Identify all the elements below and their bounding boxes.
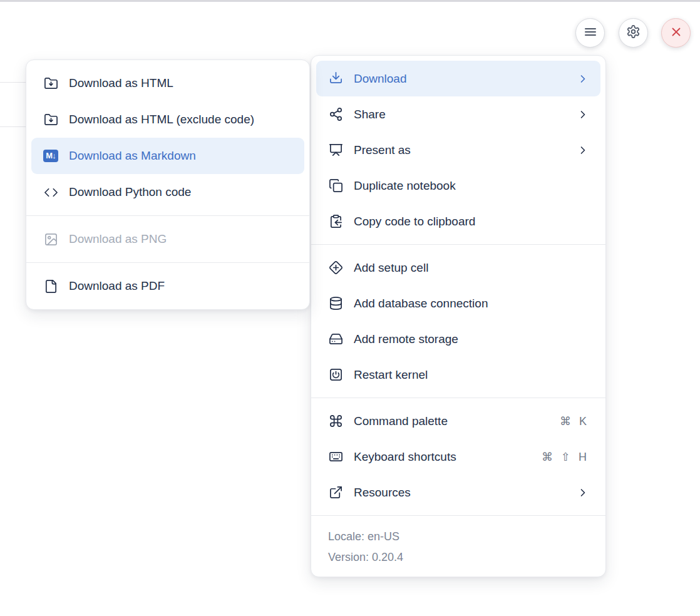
chevron-right-icon	[577, 486, 589, 499]
menu-item-copy-code-to-clipboard[interactable]: Copy code to clipboard	[316, 203, 600, 239]
chevron-right-icon	[577, 108, 589, 121]
menu-item-label: Add remote storage	[354, 332, 589, 346]
menu-item-present-as[interactable]: Present as	[316, 132, 600, 168]
version-text: Version: 0.20.4	[328, 547, 589, 568]
clipboard-copy-icon	[328, 214, 343, 229]
locale-text: Locale: en-US	[328, 526, 589, 547]
menu-item-add-remote-storage[interactable]: Add remote storage	[316, 321, 600, 357]
menu-item-download[interactable]: Download	[316, 61, 600, 96]
background-rule	[0, 126, 26, 127]
menu-item-label: Keyboard shortcuts	[354, 450, 531, 464]
menu-item-duplicate-notebook[interactable]: Duplicate notebook	[316, 168, 600, 203]
chevron-right-icon	[577, 144, 589, 157]
menu-item-label: Duplicate notebook	[354, 179, 589, 193]
menu-item-label: Download as HTML (exclude code)	[69, 113, 293, 126]
menu-separator	[311, 244, 605, 245]
menu-separator	[26, 262, 309, 263]
file-icon	[43, 279, 58, 294]
copy-icon	[328, 178, 343, 193]
menu-item-label: Share	[354, 108, 566, 121]
menu-separator	[311, 515, 605, 516]
menu-item-label: Download as HTML	[69, 76, 293, 90]
menu-item-label: Resources	[354, 486, 566, 500]
menu-item-label: Restart kernel	[354, 368, 589, 382]
menu-separator	[311, 398, 605, 398]
menu-item-label: Download	[354, 72, 566, 86]
menu-button[interactable]	[575, 18, 605, 48]
external-link-icon	[328, 485, 343, 500]
menu-item-label: Download as PDF	[69, 279, 293, 293]
menu-item-restart-kernel[interactable]: Restart kernel	[316, 357, 600, 393]
download-submenu: Download as HTML Download as HTML (exclu…	[26, 59, 310, 310]
menu-item-download-python-code[interactable]: Download Python code	[31, 174, 304, 210]
menu-item-label: Copy code to clipboard	[354, 215, 589, 228]
close-icon	[669, 25, 683, 41]
notebook-menu: Download Share Present as	[311, 55, 606, 577]
menu-item-label: Add setup cell	[354, 261, 589, 275]
menu-item-download-as-html-exclude-code[interactable]: Download as HTML (exclude code)	[31, 101, 304, 138]
menu-item-label: Download as Markdown	[69, 149, 293, 163]
menu-item-download-as-html[interactable]: Download as HTML	[31, 65, 304, 101]
menu-item-command-palette[interactable]: Command palette ⌘ K	[316, 403, 600, 439]
keyboard-icon	[328, 449, 343, 465]
app-window: Download as HTML Download as HTML (exclu…	[0, 0, 700, 616]
image-icon	[43, 232, 58, 247]
menu-item-add-database-connection[interactable]: Add database connection	[316, 285, 600, 321]
command-icon	[328, 414, 343, 429]
shortcut-hint: ⌘ ⇧ H	[542, 450, 589, 464]
menu-item-label: Add database connection	[354, 297, 589, 311]
markdown-icon: M↓	[43, 148, 58, 163]
close-button[interactable]	[661, 18, 691, 48]
menu-item-download-as-markdown[interactable]: M↓ Download as Markdown	[31, 138, 304, 174]
folder-download-icon	[43, 76, 58, 91]
menu-item-label: Download as PNG	[69, 232, 293, 246]
shortcut-hint: ⌘ K	[560, 414, 589, 428]
menu-item-download-as-pdf[interactable]: Download as PDF	[31, 268, 304, 304]
menu-item-label: Download Python code	[69, 185, 293, 199]
menu-separator	[26, 215, 309, 216]
gear-icon	[626, 24, 641, 41]
chevron-right-icon	[577, 73, 589, 85]
code-icon	[43, 185, 58, 200]
hard-drive-icon	[328, 332, 343, 347]
menu-item-keyboard-shortcuts[interactable]: Keyboard shortcuts ⌘ ⇧ H	[316, 439, 600, 475]
menu-item-add-setup-cell[interactable]: Add setup cell	[316, 250, 600, 285]
folder-download-icon	[43, 112, 58, 127]
menu-item-label: Present as	[354, 143, 566, 157]
top-border-bar	[0, 0, 700, 2]
database-icon	[328, 296, 343, 311]
menu-footer: Locale: en-US Version: 0.20.4	[316, 521, 600, 572]
presentation-icon	[328, 143, 343, 158]
settings-button[interactable]	[619, 18, 648, 48]
share-icon	[328, 107, 343, 122]
background-rule	[0, 82, 26, 83]
hamburger-icon	[583, 24, 598, 42]
diamond-plus-icon	[328, 260, 343, 275]
menu-item-share[interactable]: Share	[316, 96, 600, 132]
download-icon	[328, 71, 343, 86]
menu-item-label: Command palette	[354, 414, 549, 428]
menu-item-download-as-png: Download as PNG	[31, 221, 304, 257]
power-square-icon	[328, 367, 343, 382]
menu-item-resources[interactable]: Resources	[316, 475, 600, 510]
